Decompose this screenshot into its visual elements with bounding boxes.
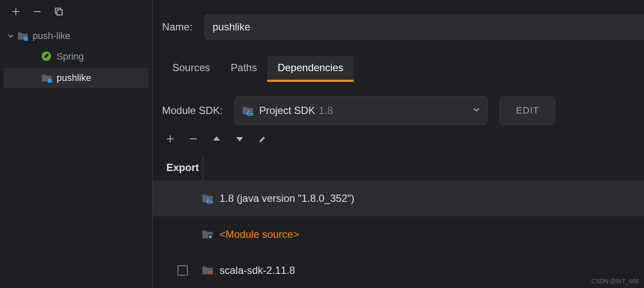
scala-folder-icon [202,264,214,276]
tab-paths[interactable]: Paths [220,56,267,82]
dependency-label: scala-sdk-2.11.8 [220,264,295,276]
copy-icon[interactable] [54,7,63,16]
module-folder-icon [41,72,52,84]
dependency-label: <Module source> [220,228,299,240]
sdk-select[interactable]: Project SDK 1.8 [235,96,488,125]
move-down-icon[interactable] [234,133,245,144]
sidebar: push-likeSpringpushlike [0,0,153,288]
chevron-down-icon [472,106,480,115]
dependency-row[interactable]: scala-sdk-2.11.8 [153,252,644,288]
sdk-label: Module SDK: [162,105,223,117]
chevron-down-icon[interactable] [6,33,15,39]
module-folder-icon [17,30,28,42]
jdk-folder-icon [202,192,214,204]
main-panel: Name: SourcesPathsDependencies Module SD… [153,0,644,288]
sdk-row: Module SDK: Project SDK 1.8 EDIT [162,96,644,125]
tree-item-spring[interactable]: Spring [0,46,152,67]
dependency-label: 1.8 (java version "1.8.0_352") [220,192,355,204]
move-up-icon[interactable] [211,133,222,144]
sidebar-toolbar [0,0,152,24]
svg-rect-9 [57,10,62,15]
tabs: SourcesPathsDependencies [162,56,644,82]
tree-item-label: pushlike [57,72,91,84]
svg-rect-10 [190,138,197,139]
tree-item-label: push-like [33,30,70,42]
sdk-selected-version: 1.8 [319,105,333,117]
dependencies-toolbar [165,133,644,144]
source-folder-icon [202,228,214,240]
dependency-row[interactable]: <Module source> [153,216,644,252]
add-icon[interactable] [11,7,21,16]
edit-dependency-icon[interactable] [257,133,268,144]
remove-dependency-icon[interactable] [188,133,199,144]
tree-item-push-like[interactable]: push-like [0,26,152,46]
dependency-row[interactable]: 1.8 (java version "1.8.0_352") [153,180,644,216]
tree-item-label: Spring [57,51,84,62]
export-column-header: Export [153,155,203,180]
watermark: CSDN @BIT_666 [591,278,639,285]
edit-sdk-button[interactable]: EDIT [500,96,555,125]
export-checkbox[interactable] [178,265,188,276]
tab-dependencies[interactable]: Dependencies [267,56,353,82]
name-label: Name: [162,21,193,33]
spring-leaf-icon [41,51,52,62]
name-row: Name: [153,15,644,39]
sdk-selected-name: Project SDK [259,105,315,117]
svg-rect-7 [34,11,41,12]
add-dependency-icon[interactable] [165,133,176,144]
module-tree: push-likeSpringpushlike [0,24,152,91]
tree-item-pushlike[interactable]: pushlike [3,68,149,88]
name-input[interactable] [205,15,644,39]
tab-sources[interactable]: Sources [162,56,220,82]
remove-icon[interactable] [33,7,42,16]
